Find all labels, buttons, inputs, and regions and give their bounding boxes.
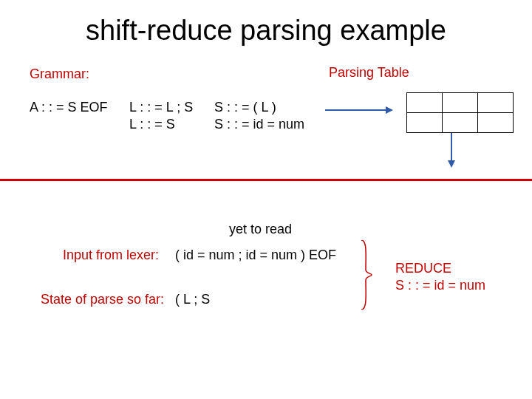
state-of-parse-label: State of parse so far: — [41, 292, 164, 307]
production-l1: L : : = L ; S — [129, 100, 193, 115]
divider — [0, 179, 532, 181]
production-s1: S : : = ( L ) — [214, 100, 276, 115]
yet-to-read-label: yet to read — [229, 222, 292, 237]
production-s2: S : : = id = num — [214, 117, 304, 132]
reduce-word: REDUCE — [395, 261, 451, 276]
input-stream: ( id = num ; id = num ) EOF — [175, 248, 336, 263]
table-row — [407, 93, 514, 113]
parsing-table-label: Parsing Table — [329, 65, 409, 81]
slide-title: shift-reduce parsing example — [0, 15, 532, 47]
reduce-rule: S : : = id = num — [395, 278, 485, 293]
arrow-right-icon — [325, 109, 392, 111]
production-l2: L : : = S — [129, 117, 175, 132]
brace-icon — [360, 240, 373, 310]
arrow-down-icon — [451, 133, 452, 166]
table-row — [407, 113, 514, 133]
parse-state: ( L ; S — [175, 292, 210, 307]
reduce-action: REDUCE S : : = id = num — [395, 260, 485, 295]
parsing-table — [406, 92, 514, 133]
input-from-lexer-label: Input from lexer: — [63, 248, 159, 263]
slide: shift-reduce parsing example Grammar: Pa… — [0, 0, 532, 399]
grammar-label: Grammar: — [30, 66, 89, 82]
production-a: A : : = S EOF — [30, 100, 108, 115]
